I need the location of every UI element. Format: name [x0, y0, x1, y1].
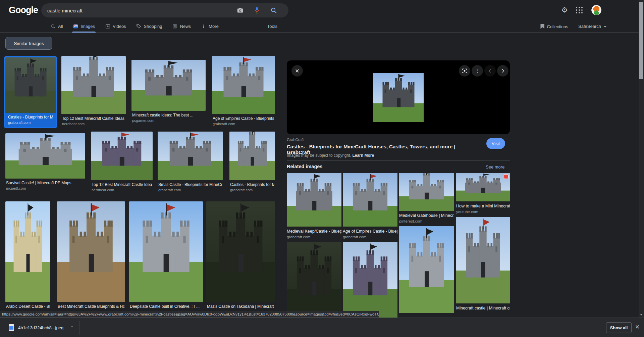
related-thumbnail[interactable]: [343, 242, 397, 318]
show-all-button[interactable]: Show all: [606, 322, 632, 333]
related-thumbnail[interactable]: [399, 226, 454, 313]
previous-image-icon[interactable]: [484, 65, 496, 77]
image-result[interactable]: Small Castle - Blueprints for MineCraft …: [158, 132, 223, 192]
preview-source[interactable]: GrabCraft: [287, 138, 304, 142]
image-preview-panel: ✕ ⋮ GrabCraft Castles - Bl: [280, 54, 639, 318]
search-icon[interactable]: [270, 6, 278, 14]
learn-more-link[interactable]: Learn More: [352, 153, 374, 158]
collections-button[interactable]: Collections: [540, 24, 568, 29]
image-result[interactable]: Minecraft castle ideas: The best ...pcga…: [131, 60, 206, 123]
related-item[interactable]: Medieval Keep/Castle - Blueprint...grabc…: [287, 173, 341, 239]
tab-news-label: News: [180, 24, 191, 29]
result-title: Top 12 Best Minecraft Castle Ideas and..…: [62, 116, 125, 121]
related-title: Medieval Keep/Castle - Blueprint...: [287, 229, 341, 234]
tab-images[interactable]: Images: [73, 20, 95, 33]
result-thumbnail[interactable]: [57, 201, 125, 302]
tab-more[interactable]: ⋮ More: [201, 20, 219, 33]
result-thumbnail[interactable]: [5, 57, 56, 113]
tab-all[interactable]: All: [50, 20, 63, 33]
result-thumbnail[interactable]: [5, 201, 50, 302]
close-icon[interactable]: ✕: [291, 65, 303, 77]
related-title: Minecraft castle | Minecraft cast...: [456, 306, 510, 310]
next-image-icon[interactable]: [497, 65, 508, 77]
shelf-close-icon[interactable]: ✕: [635, 324, 640, 331]
related-thumbnail[interactable]: [287, 242, 341, 318]
download-filename: 4b1c13d324bcb8...jpeg: [18, 325, 63, 330]
image-result[interactable]: Survival Castle! | Minecraft PE Mapsmcpe…: [5, 133, 85, 190]
related-item[interactable]: [343, 242, 397, 318]
settings-gear-icon[interactable]: ⚙: [561, 6, 568, 14]
image-result[interactable]: Age of Empires Castle - Blueprints for .…: [212, 56, 275, 126]
related-domain: youtube.com: [456, 210, 510, 214]
related-thumbnail[interactable]: [399, 173, 454, 211]
related-thumbnail[interactable]: [456, 173, 510, 201]
related-thumbnail[interactable]: [343, 173, 397, 227]
related-item[interactable]: [399, 226, 454, 313]
image-result[interactable]: Top 12 Best Minecraft Castle Ideas and..…: [61, 56, 126, 126]
image-result-selected[interactable]: Castles - Blueprints for MineC...grabcra…: [4, 56, 57, 128]
tab-videos[interactable]: Videos: [105, 20, 126, 33]
search-input[interactable]: [47, 8, 236, 13]
similar-images-button[interactable]: Similar Images: [5, 37, 52, 50]
scrollbar-thumb[interactable]: [639, 2, 643, 79]
result-domain: grabcraft.com: [213, 122, 274, 126]
apps-grid-icon[interactable]: [576, 7, 583, 14]
result-domain: grabcraft.com: [8, 121, 53, 125]
related-title: Medieval Gatehouse | Minecraft ...: [399, 213, 454, 218]
image-result[interactable]: Castles - Blueprints for Min...grabcraft…: [229, 132, 275, 192]
related-column: How to make a Mini Minecraft C...youtube…: [456, 173, 510, 314]
related-column: Medieval Gatehouse | Minecraft ...pinter…: [399, 173, 454, 316]
result-thumbnail[interactable]: [61, 56, 126, 114]
result-thumbnail[interactable]: [206, 201, 275, 302]
see-more-link[interactable]: See more: [486, 164, 504, 170]
videos-icon: [105, 24, 110, 29]
related-thumbnail[interactable]: [456, 217, 510, 303]
result-thumbnail[interactable]: [131, 60, 206, 111]
search-box[interactable]: [41, 3, 288, 17]
preview-image[interactable]: [373, 73, 424, 122]
result-title: Small Castle - Blueprints for MineCraft …: [158, 182, 222, 187]
result-title: Age of Empires Castle - Blueprints for .…: [213, 116, 274, 121]
related-thumbnail[interactable]: [287, 173, 341, 227]
result-thumbnail[interactable]: [5, 133, 85, 179]
image-result[interactable]: Arabic Desert Castle - Blue...: [5, 201, 50, 309]
divider: [287, 160, 510, 161]
mic-icon[interactable]: [253, 6, 261, 14]
tools-button[interactable]: Tools: [267, 24, 277, 29]
result-thumbnail[interactable]: [229, 132, 275, 180]
related-title: How to make a Mini Minecraft C...: [456, 204, 510, 208]
tab-shopping[interactable]: Shopping: [136, 20, 162, 33]
result-thumbnail[interactable]: [91, 132, 153, 180]
related-item[interactable]: Minecraft castle | Minecraft cast...: [456, 217, 510, 310]
avatar[interactable]: [591, 5, 602, 15]
image-result[interactable]: Top 12 Best Minecraft Castle Ideas an...…: [91, 132, 153, 192]
image-result[interactable]: Deepslate Castle built in Creative. : r …: [129, 201, 203, 309]
result-thumbnail[interactable]: [129, 201, 203, 302]
camera-icon[interactable]: [236, 6, 244, 14]
related-item[interactable]: How to make a Mini Minecraft C...youtube…: [456, 173, 510, 214]
google-logo[interactable]: Google: [9, 5, 38, 15]
download-item[interactable]: 4b1c13d324bcb8...jpeg ⌃: [5, 322, 77, 334]
related-item[interactable]: [287, 242, 341, 318]
safesearch-button[interactable]: SafeSearch: [578, 24, 607, 29]
tab-news[interactable]: News: [172, 20, 191, 33]
scrollbar[interactable]: [639, 0, 644, 318]
related-item[interactable]: Age of Empires Castle - Blueprint...grab…: [343, 173, 397, 239]
related-column: Medieval Keep/Castle - Blueprint...grabc…: [287, 173, 341, 321]
tab-shopping-label: Shopping: [144, 24, 162, 29]
image-result[interactable]: Maz's Castle on Takodana | Minecraft 1 .…: [206, 201, 275, 309]
related-item[interactable]: Medieval Gatehouse | Minecraft ...pinter…: [399, 173, 454, 223]
more-options-icon[interactable]: ⋮: [472, 65, 483, 77]
visit-button[interactable]: Visit: [486, 138, 505, 149]
result-thumbnail[interactable]: [158, 132, 223, 180]
download-menu-caret-icon[interactable]: ⌃: [70, 325, 74, 330]
scrollbar-down-arrow[interactable]: [639, 311, 644, 318]
related-images-heading: Related images: [287, 164, 322, 169]
lens-icon[interactable]: [459, 65, 470, 77]
file-icon: [9, 324, 14, 331]
tab-videos-label: Videos: [113, 24, 126, 29]
result-thumbnail[interactable]: [212, 56, 275, 114]
images-icon: [73, 24, 78, 29]
image-result[interactable]: Best Minecraft Castle Blueprints & How .…: [57, 201, 125, 309]
bookmark-icon: [540, 24, 544, 29]
